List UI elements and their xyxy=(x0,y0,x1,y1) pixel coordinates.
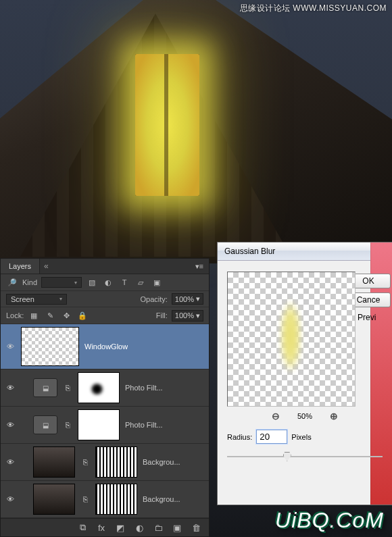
layer-row-photofilter1[interactable]: 👁 ⬓ ⎘ Photo Filt... xyxy=(1,369,209,407)
new-fill-adjust-icon[interactable]: ◐ xyxy=(133,521,145,534)
layer-list: 👁 WindowGlow 👁 ⬓ ⎘ Photo Filt... 👁 ⬓ ⎘ P… xyxy=(1,324,209,518)
lock-row: Lock: ▦ ✎ ✥ 🔒 Fill: 100%▾ xyxy=(1,307,209,324)
layer-mask-thumb[interactable] xyxy=(78,372,120,403)
visibility-icon[interactable]: 👁 xyxy=(5,458,16,466)
adjustment-icon[interactable]: ⬓ xyxy=(33,415,57,434)
blend-mode-value: Screen xyxy=(11,295,34,303)
blur-preview[interactable] xyxy=(227,272,356,407)
lock-move-icon[interactable]: ✥ xyxy=(60,309,72,322)
layer-row-windowglow[interactable]: 👁 WindowGlow xyxy=(1,324,209,369)
radius-slider[interactable] xyxy=(227,451,383,463)
filter-pixel-icon[interactable]: ▧ xyxy=(86,276,98,288)
visibility-icon[interactable]: 👁 xyxy=(5,384,16,392)
lock-brush-icon[interactable]: ✎ xyxy=(44,309,56,322)
zoom-row: ⊖ 50% ⊕ xyxy=(227,411,383,421)
kind-label: Kind xyxy=(22,278,37,286)
layers-footer: ⧉ fx ◩ ◐ 🗀 ▣ 🗑 xyxy=(1,518,209,536)
kind-select[interactable]: ▾ xyxy=(41,277,82,288)
filter-adjust-icon[interactable]: ◐ xyxy=(102,276,114,288)
radius-input[interactable] xyxy=(256,430,287,444)
panel-collapse-icon[interactable]: « xyxy=(40,261,53,271)
visibility-icon[interactable]: 👁 xyxy=(5,421,16,429)
zoom-value: 50% xyxy=(297,412,312,420)
panel-menu-icon[interactable]: ▾≡ xyxy=(190,262,209,271)
opacity-field[interactable]: 100%▾ xyxy=(172,293,203,305)
adjustment-icon[interactable]: ⬓ xyxy=(33,378,57,397)
radius-row: Radius: Pixels xyxy=(227,430,383,444)
layer-name: WindowGlow xyxy=(84,342,128,351)
layer-mask-thumb[interactable] xyxy=(78,409,120,440)
dialog-titlebar[interactable]: Gaussian Blur xyxy=(218,242,392,261)
window-glow-shape xyxy=(135,54,199,196)
link-mask-icon[interactable]: ⎘ xyxy=(80,495,90,503)
zoom-out-icon[interactable]: ⊖ xyxy=(272,411,280,421)
layer-mask-thumb[interactable] xyxy=(95,446,137,478)
zoom-in-icon[interactable]: ⊕ xyxy=(330,411,338,421)
panel-tab-row: Layers « ▾≡ xyxy=(1,259,209,274)
layer-mask-thumb[interactable] xyxy=(95,484,137,515)
delete-icon[interactable]: 🗑 xyxy=(190,521,202,534)
add-mask-icon[interactable]: ◩ xyxy=(114,521,126,534)
layer-name: Photo Filt... xyxy=(125,421,163,429)
fx-icon[interactable]: fx xyxy=(95,521,107,534)
link-mask-icon[interactable]: ⎘ xyxy=(63,421,72,429)
gaussian-blur-dialog: Gaussian Blur OK Cance ✓ Previ ⊖ 50% ⊕ R… xyxy=(217,242,392,505)
watermark-top: 思缘设计论坛 WWW.MISSYUAN.COM xyxy=(240,3,387,14)
filter-smart-icon[interactable]: ▣ xyxy=(151,276,163,288)
blend-row: Screen▾ Opacity: 100%▾ xyxy=(1,291,209,307)
link-layers-icon[interactable]: ⧉ xyxy=(76,521,89,534)
blend-mode-select[interactable]: Screen▾ xyxy=(6,294,67,305)
slider-thumb[interactable] xyxy=(283,452,291,461)
layer-name: Backgrou... xyxy=(143,495,180,503)
watermark-bottom: UiBQ.CoM xyxy=(275,508,384,533)
visibility-icon[interactable]: 👁 xyxy=(5,342,16,351)
search-icon[interactable]: 🔎 xyxy=(6,276,18,288)
radius-label: Radius: xyxy=(227,433,252,441)
filter-row: 🔎 Kind ▾ ▧ ◐ T ▱ ▣ xyxy=(1,274,209,291)
link-mask-icon[interactable]: ⎘ xyxy=(63,384,72,392)
layer-row-photofilter2[interactable]: 👁 ⬓ ⎘ Photo Filt... xyxy=(1,407,209,444)
preview-smear xyxy=(281,299,300,374)
radius-unit: Pixels xyxy=(291,433,311,441)
lock-label: Lock: xyxy=(6,311,24,319)
lock-transparent-icon[interactable]: ▦ xyxy=(28,309,40,322)
opacity-label: Opacity: xyxy=(141,295,168,303)
fill-label: Fill: xyxy=(156,311,168,319)
filter-shape-icon[interactable]: ▱ xyxy=(134,276,147,288)
layer-row-background1[interactable]: 👁 ⎘ Backgrou... xyxy=(1,444,209,481)
dialog-body: ⊖ 50% ⊕ Radius: Pixels xyxy=(218,261,392,469)
filter-type-icon[interactable]: T xyxy=(118,276,130,288)
layers-tab[interactable]: Layers xyxy=(1,259,40,274)
layer-thumb[interactable] xyxy=(21,327,79,366)
new-group-icon[interactable]: 🗀 xyxy=(152,521,164,534)
lock-all-icon[interactable]: 🔒 xyxy=(76,309,89,322)
layer-row-background2[interactable]: 👁 ⎘ Backgrou... xyxy=(1,481,209,518)
layer-name: Photo Filt... xyxy=(125,384,163,392)
new-layer-icon[interactable]: ▣ xyxy=(171,521,183,534)
layer-name: Backgrou... xyxy=(143,458,180,466)
visibility-icon[interactable]: 👁 xyxy=(5,495,16,503)
fill-field[interactable]: 100%▾ xyxy=(172,310,203,322)
link-mask-icon[interactable]: ⎘ xyxy=(80,458,90,466)
layer-thumb[interactable] xyxy=(33,484,75,515)
layer-thumb[interactable] xyxy=(33,446,75,478)
dialog-title: Gaussian Blur xyxy=(224,247,275,256)
slider-track xyxy=(227,456,383,457)
layers-panel: Layers « ▾≡ 🔎 Kind ▾ ▧ ◐ T ▱ ▣ Screen▾ O… xyxy=(0,258,210,537)
